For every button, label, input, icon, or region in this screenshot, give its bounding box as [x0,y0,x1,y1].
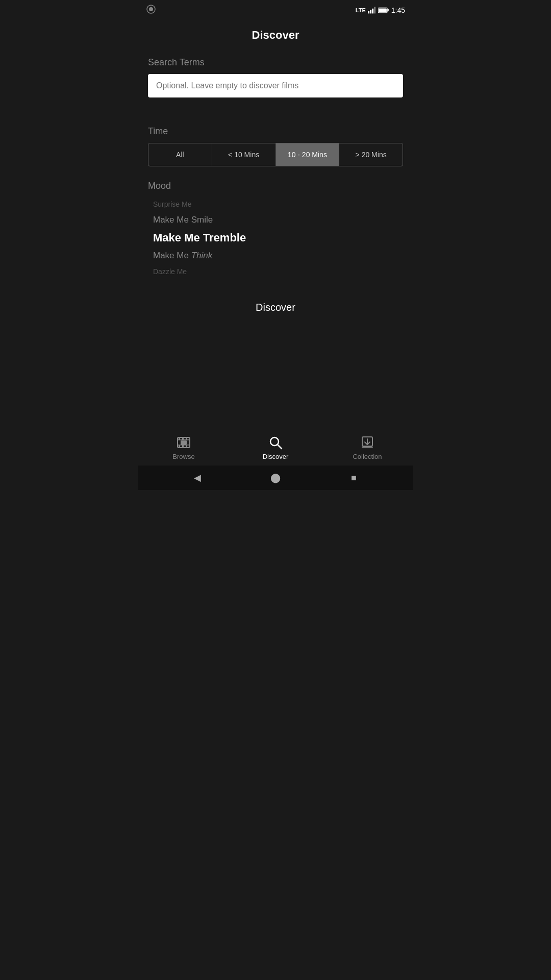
time-btn-under10[interactable]: < 10 Mins [212,143,276,166]
bottom-nav: Browse Discover Collection [138,429,413,465]
recent-button[interactable]: ■ [344,469,363,487]
mood-list: Surprise Me Make Me Smile Make Me Trembl… [148,198,403,278]
status-time: 1:45 [391,6,405,14]
status-indicator [146,4,156,16]
mood-item-dazzle[interactable]: Dazzle Me [153,265,187,278]
svg-rect-13 [182,437,184,439]
svg-rect-8 [379,8,387,12]
android-nav: ◀ ⬤ ■ [138,465,413,490]
status-bar: LTE 1:45 [138,0,413,18]
svg-rect-7 [387,9,388,12]
mood-surprise-label: Surprise Me [153,200,191,208]
svg-rect-10 [178,439,190,440]
svg-rect-3 [370,10,371,13]
svg-rect-12 [179,437,180,439]
nav-discover-label: Discover [263,453,289,460]
time-section: Time All < 10 Mins 10 - 20 Mins > 20 Min… [148,126,403,166]
mood-label: Mood [148,181,403,191]
discover-button[interactable]: Discover [148,293,403,322]
signal-icon [368,6,376,14]
mood-dazzle-label: Dazzle Me [153,267,187,276]
svg-rect-14 [186,437,187,439]
back-button[interactable]: ◀ [188,469,207,487]
nav-browse-label: Browse [172,453,194,460]
mood-item-think[interactable]: Make Me Think [153,249,212,263]
search-section: Search Terms [148,57,403,112]
mood-tremble-label: Make Me Tremble [153,231,246,244]
nav-collection-label: Collection [353,453,382,460]
mood-item-smile[interactable]: Make Me Smile [153,213,213,227]
time-btn-all[interactable]: All [148,143,212,166]
page-title: Discover [138,18,413,57]
svg-rect-18 [181,440,187,445]
search-nav-icon [268,435,283,450]
lte-indicator: LTE [356,7,366,13]
film-icon [177,435,191,450]
mood-item-surprise[interactable]: Surprise Me [153,198,191,211]
svg-rect-16 [182,445,184,447]
search-input[interactable] [148,74,403,97]
nav-item-browse[interactable]: Browse [163,435,204,460]
main-content: Search Terms Time All < 10 Mins 10 - 20 … [138,57,413,322]
time-label: Time [148,126,403,137]
svg-rect-5 [374,7,375,14]
status-right: LTE 1:45 [356,6,405,14]
svg-point-1 [149,7,153,11]
svg-rect-2 [368,11,369,14]
collection-icon [360,435,374,450]
svg-rect-17 [186,445,187,447]
mood-think-label: Make Me Think [153,251,212,260]
time-btn-10to20[interactable]: 10 - 20 Mins [276,143,340,166]
time-btn-over20[interactable]: > 20 Mins [339,143,403,166]
nav-item-collection[interactable]: Collection [347,435,388,460]
svg-line-20 [278,445,282,449]
home-button[interactable]: ⬤ [266,469,285,487]
time-button-group: All < 10 Mins 10 - 20 Mins > 20 Mins [148,143,403,166]
search-label: Search Terms [148,57,403,68]
mood-smile-label: Make Me Smile [153,215,213,225]
svg-rect-15 [179,445,180,447]
svg-rect-4 [372,9,373,14]
nav-item-discover[interactable]: Discover [255,435,296,460]
battery-icon [378,7,389,14]
mood-section: Mood Surprise Me Make Me Smile Make Me T… [148,181,403,278]
mood-item-tremble[interactable]: Make Me Tremble [153,229,246,247]
